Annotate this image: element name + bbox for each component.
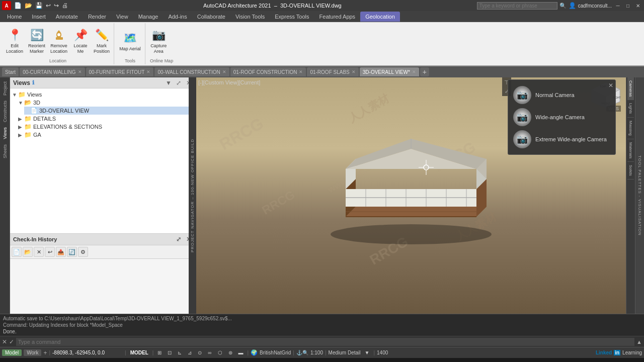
doc-tab-curtain-walling-close[interactable]: ✕ [78, 69, 82, 74]
polar-btn[interactable]: ⊿ [186, 349, 194, 356]
osnap-btn[interactable]: ⊙ [196, 349, 204, 356]
tree-expand-details[interactable]: ▶ [18, 116, 24, 122]
doc-tab-start[interactable]: Start [2, 67, 19, 76]
tree-3d-overall-label: 3D-OVERALL VIEW [39, 108, 89, 114]
add-layout-btn[interactable]: + [43, 349, 47, 356]
command-x-btn[interactable]: ✕ [2, 338, 7, 345]
tree-expand-elevations[interactable]: ▶ [18, 124, 24, 130]
ortho-btn[interactable]: ⊾ [176, 349, 184, 356]
qa-undo-icon[interactable]: ↩ [46, 2, 51, 9]
checkin-expand-btn[interactable]: ⤢ [175, 235, 183, 243]
tree-3d-overall-view[interactable]: 📄 3D-OVERALL VIEW [24, 107, 194, 115]
palette-tab-lights[interactable]: Lights [627, 100, 634, 117]
search-input[interactable] [477, 2, 557, 10]
tab-render[interactable]: Render [83, 12, 111, 22]
tab-featured-apps[interactable]: Featured Apps [314, 12, 361, 22]
tab-insert[interactable]: Insert [27, 12, 51, 22]
grid-btn[interactable]: ⊞ [155, 349, 164, 356]
views-info-icon: ℹ [32, 79, 34, 86]
checkin-btn-5[interactable]: 📤 [56, 247, 66, 257]
viewport-label: [-][Custom View][Current] [198, 79, 260, 85]
locate-me-button[interactable]: 📌 LocateMe [70, 26, 91, 55]
tab-view[interactable]: View [111, 12, 133, 22]
snap-btn[interactable]: ⊡ [166, 349, 174, 356]
restore-button[interactable]: □ [624, 2, 632, 10]
tab-express-tools[interactable]: Express Tools [270, 12, 314, 22]
tab-addins[interactable]: Add-ins [163, 12, 192, 22]
doc-tab-roof-slabs[interactable]: 01-ROOF SLABS ✕ [307, 67, 358, 76]
qa-redo-icon[interactable]: ↪ [54, 2, 59, 9]
tree-details-folder[interactable]: ▶ 📁 DETAILS [18, 115, 194, 123]
tree-expand-3d[interactable]: ▼ [18, 100, 24, 106]
doc-tab-add-button[interactable]: + [420, 67, 429, 76]
ducs-btn[interactable]: ⬡ [216, 349, 224, 356]
tree-expand-views[interactable]: ▼ [12, 92, 18, 98]
checkin-btn-2[interactable]: 📂 [23, 247, 33, 257]
doc-tab-wall-construction[interactable]: 00-WALL CONSTRUCTION ✕ [154, 67, 229, 76]
tree-3d-folder[interactable]: ▼ 📂 3D [18, 99, 194, 107]
sidebar-tab-constructs[interactable]: Constructs [2, 99, 9, 124]
doc-tab-roof-slabs-close[interactable]: ✕ [352, 69, 356, 74]
mark-position-button[interactable]: ✏️ MarkPosition [92, 26, 112, 55]
tab-geolocation[interactable]: Geolocation [360, 12, 400, 22]
checkin-btn-1[interactable]: 📄 [12, 247, 22, 257]
dynin-btn[interactable]: ⊛ [226, 349, 234, 356]
doc-tab-3d-overall[interactable]: 3D-OVERALL VIEW* ✕ [360, 67, 419, 76]
camera-panel-close-btn[interactable]: ✕ [608, 82, 613, 89]
sidebar-tab-sheets[interactable]: Sheets [2, 142, 9, 160]
doc-tab-3d-overall-close[interactable]: ✕ [412, 69, 416, 74]
checkin-btn-4[interactable]: ↩ [45, 247, 55, 257]
doc-tab-furniture[interactable]: 00-FURNITURE FITOUT ✕ [86, 67, 154, 76]
work-tab[interactable]: Work [24, 349, 41, 356]
viewport[interactable]: RRCG RRCG RRCG RRCG 人人素材 人人素材 www.rrcg.c… [196, 77, 626, 314]
doc-tab-roof-construction[interactable]: 01-ROOF CONSTRUCTION ✕ [230, 67, 306, 76]
capture-area-button[interactable]: 📷 CaptureArea [148, 26, 169, 55]
checkin-btn-6[interactable]: 🔄 [67, 247, 77, 257]
qa-plot-icon[interactable]: 🖨 [62, 2, 68, 9]
model-space-btn[interactable]: MODEL [128, 349, 150, 356]
doc-tab-curtain-walling[interactable]: 00-CURTAIN WALLING ✕ [20, 67, 85, 76]
views-panel-expand-btn[interactable]: ⤢ [175, 79, 183, 87]
lw-btn[interactable]: ▬ [236, 349, 246, 356]
remove-location-button[interactable]: RemoveLocation [48, 26, 69, 55]
doc-tab-furniture-close[interactable]: ✕ [146, 69, 150, 74]
tab-manage[interactable]: Manage [133, 12, 164, 22]
tab-collaborate[interactable]: Collaborate [192, 12, 230, 22]
sidebar-tab-project[interactable]: Project [2, 79, 9, 98]
views-panel-menu-btn[interactable]: ▼ [165, 79, 173, 87]
qa-open-icon[interactable]: 📂 [25, 2, 32, 9]
close-button[interactable]: ✕ [634, 2, 642, 10]
camera-item-normal[interactable]: 📷 Normal Camera [512, 84, 611, 106]
command-check-btn[interactable]: ✓ [9, 338, 14, 345]
camera-item-wide[interactable]: 📷 Wide-angle Camera [512, 106, 611, 128]
tab-vision-tools[interactable]: Vision Tools [230, 12, 270, 22]
tab-annotate[interactable]: Annotate [51, 12, 83, 22]
tree-expand-ga[interactable]: ▶ [18, 132, 24, 138]
checkin-btn-7[interactable]: ⚙ [78, 247, 88, 257]
model-tab[interactable]: Model [2, 349, 22, 356]
doc-tab-roof-close[interactable]: ✕ [299, 69, 303, 74]
tree-views-root[interactable]: ▼ 📁 Views [12, 90, 194, 99]
otrack-btn[interactable]: ∞ [206, 349, 213, 356]
detail-dropdown[interactable]: ▼ [363, 349, 372, 356]
qa-new-icon[interactable]: 📄 [14, 2, 22, 9]
tree-elevations-folder[interactable]: ▶ 📁 ELEVATIONS & SECTIONS [18, 123, 194, 131]
palette-tab-massing[interactable]: Massing [627, 118, 634, 139]
palette-tab-solids[interactable]: Solids [627, 162, 634, 179]
minimize-button[interactable]: ─ [614, 2, 622, 10]
camera-item-extreme-wide[interactable]: 📷 Extreme Wide-angle Camera [512, 128, 611, 150]
edit-location-button[interactable]: 📍 EditLocation [4, 26, 25, 55]
command-expand-btn[interactable]: ▲ [636, 339, 642, 345]
palette-tab-cameras[interactable]: Cameras [627, 77, 634, 100]
palette-tab-materials[interactable]: Materials [627, 139, 634, 162]
map-aerial-button[interactable]: 🗺️ Map Aerial [117, 29, 143, 53]
reorient-marker-button[interactable]: 🔄 ReorientMarker [26, 26, 47, 55]
tree-ga-folder[interactable]: ▶ 📁 GA [18, 131, 194, 139]
checkin-btn-3[interactable]: ✕ [34, 247, 44, 257]
sidebar-tab-views[interactable]: Views [2, 125, 9, 141]
command-input[interactable] [16, 338, 634, 346]
tab-home[interactable]: Home [2, 12, 27, 22]
qa-save-icon[interactable]: 💾 [35, 2, 43, 9]
search-icon[interactable]: 🔍 [559, 3, 567, 9]
doc-tab-wall-close[interactable]: ✕ [222, 69, 226, 74]
